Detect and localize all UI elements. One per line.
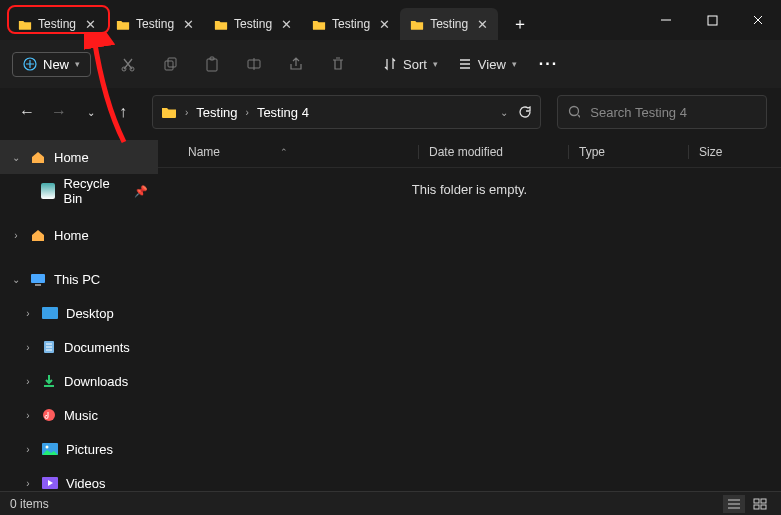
svg-rect-19	[761, 499, 766, 503]
paste-icon[interactable]	[193, 46, 231, 82]
pictures-icon	[42, 443, 58, 455]
svg-rect-10	[31, 274, 45, 283]
sidebar-item-downloads[interactable]: › Downloads	[0, 364, 158, 398]
plus-circle-icon	[23, 57, 37, 71]
chevron-right-icon[interactable]: ›	[185, 107, 188, 118]
sidebar-item-this-pc[interactable]: ⌄ This PC	[0, 262, 158, 296]
sidebar: ⌄ Home Recycle Bin 📌 › Home ⌄ This PC › …	[0, 136, 158, 491]
close-window-button[interactable]	[735, 0, 781, 40]
cut-icon[interactable]	[109, 46, 147, 82]
sidebar-label: This PC	[54, 272, 100, 287]
tab-close-icon[interactable]: ✕	[82, 16, 98, 32]
chevron-down-icon: ▾	[75, 59, 80, 69]
column-size[interactable]: Size	[688, 145, 781, 159]
breadcrumb-seg-1[interactable]: Testing	[196, 105, 237, 120]
column-name[interactable]: Name ⌃	[158, 145, 418, 159]
sidebar-label: Videos	[66, 476, 106, 491]
tab-close-icon[interactable]: ✕	[180, 16, 196, 32]
forward-button[interactable]: →	[46, 96, 72, 128]
tab-label: Testing	[136, 17, 174, 31]
sidebar-item-music[interactable]: › Music	[0, 398, 158, 432]
expand-icon[interactable]: ›	[22, 410, 34, 421]
recent-locations-button[interactable]: ⌄	[78, 96, 104, 128]
sidebar-item-desktop[interactable]: › Desktop	[0, 296, 158, 330]
sidebar-item-videos[interactable]: › Videos	[0, 466, 158, 491]
rename-icon[interactable]	[235, 46, 273, 82]
tab-close-icon[interactable]: ✕	[474, 16, 490, 32]
address-bar[interactable]: › Testing › Testing 4 ⌄	[152, 95, 541, 129]
sort-indicator-icon: ⌃	[280, 147, 288, 157]
tab-close-icon[interactable]: ✕	[376, 16, 392, 32]
thumbnails-view-icon[interactable]	[749, 495, 771, 513]
new-label: New	[43, 57, 69, 72]
back-button[interactable]: ←	[14, 96, 40, 128]
expand-icon[interactable]: ›	[22, 376, 34, 387]
expand-icon[interactable]: ›	[22, 478, 34, 489]
svg-rect-4	[165, 61, 173, 70]
tab-5-active[interactable]: Testing ✕	[400, 8, 498, 40]
folder-icon	[116, 19, 130, 30]
delete-icon[interactable]	[319, 46, 357, 82]
sidebar-item-pictures[interactable]: › Pictures	[0, 432, 158, 466]
breadcrumb-seg-2[interactable]: Testing 4	[257, 105, 309, 120]
share-icon[interactable]	[277, 46, 315, 82]
sidebar-label: Pictures	[66, 442, 113, 457]
new-button[interactable]: New ▾	[12, 52, 91, 77]
window-controls	[643, 0, 781, 40]
column-name-label: Name	[188, 145, 220, 159]
sort-button[interactable]: Sort ▾	[375, 53, 446, 76]
tab-close-icon[interactable]: ✕	[278, 16, 294, 32]
column-type[interactable]: Type	[568, 145, 688, 159]
sidebar-label: Recycle Bin	[63, 176, 126, 206]
empty-folder-message: This folder is empty.	[158, 168, 781, 197]
more-button[interactable]: ···	[529, 51, 568, 77]
folder-icon	[18, 19, 32, 30]
downloads-icon	[42, 374, 56, 388]
sidebar-item-home-2[interactable]: › Home	[0, 218, 158, 252]
search-box[interactable]	[557, 95, 767, 129]
pc-icon	[30, 272, 46, 286]
tab-3[interactable]: Testing ✕	[204, 8, 302, 40]
expand-icon[interactable]: ›	[22, 444, 34, 455]
music-icon	[42, 408, 56, 422]
up-button[interactable]: ↑	[110, 96, 136, 128]
pin-icon[interactable]: 📌	[134, 185, 148, 198]
documents-icon	[42, 340, 56, 354]
tab-label: Testing	[38, 17, 76, 31]
videos-icon	[42, 477, 58, 489]
status-bar: 0 items	[0, 491, 781, 515]
expand-icon[interactable]: ›	[22, 308, 34, 319]
tab-1[interactable]: Testing ✕	[8, 8, 106, 40]
maximize-button[interactable]	[689, 0, 735, 40]
chevron-down-icon: ▾	[433, 59, 438, 69]
tab-4[interactable]: Testing ✕	[302, 8, 400, 40]
sidebar-item-home[interactable]: ⌄ Home	[0, 140, 158, 174]
sidebar-item-documents[interactable]: › Documents	[0, 330, 158, 364]
collapse-icon[interactable]: ⌄	[10, 274, 22, 285]
search-input[interactable]	[590, 105, 756, 120]
sidebar-label: Home	[54, 228, 89, 243]
collapse-icon[interactable]: ⌄	[10, 152, 22, 163]
tab-2[interactable]: Testing ✕	[106, 8, 204, 40]
column-headers: Name ⌃ Date modified Type Size	[158, 136, 781, 168]
svg-rect-21	[761, 505, 766, 509]
nav-row: ← → ⌄ ↑ › Testing › Testing 4 ⌄	[0, 88, 781, 136]
new-tab-button[interactable]: ＋	[504, 8, 536, 40]
copy-icon[interactable]	[151, 46, 189, 82]
refresh-icon[interactable]	[518, 105, 532, 119]
view-button[interactable]: View ▾	[450, 53, 525, 76]
svg-rect-11	[35, 284, 41, 286]
chevron-down-icon[interactable]: ⌄	[500, 107, 508, 118]
sidebar-item-recycle-bin[interactable]: Recycle Bin 📌	[0, 174, 158, 208]
details-view-icon[interactable]	[723, 495, 745, 513]
column-date[interactable]: Date modified	[418, 145, 568, 159]
expand-icon[interactable]: ›	[22, 342, 34, 353]
minimize-button[interactable]	[643, 0, 689, 40]
svg-point-9	[570, 107, 579, 116]
svg-rect-0	[708, 16, 717, 25]
chevron-right-icon[interactable]: ›	[246, 107, 249, 118]
expand-icon[interactable]: ›	[10, 230, 22, 241]
sidebar-label: Desktop	[66, 306, 114, 321]
tab-strip: Testing ✕ Testing ✕ Testing ✕ Testing ✕ …	[0, 0, 536, 40]
item-count: 0 items	[10, 497, 49, 511]
